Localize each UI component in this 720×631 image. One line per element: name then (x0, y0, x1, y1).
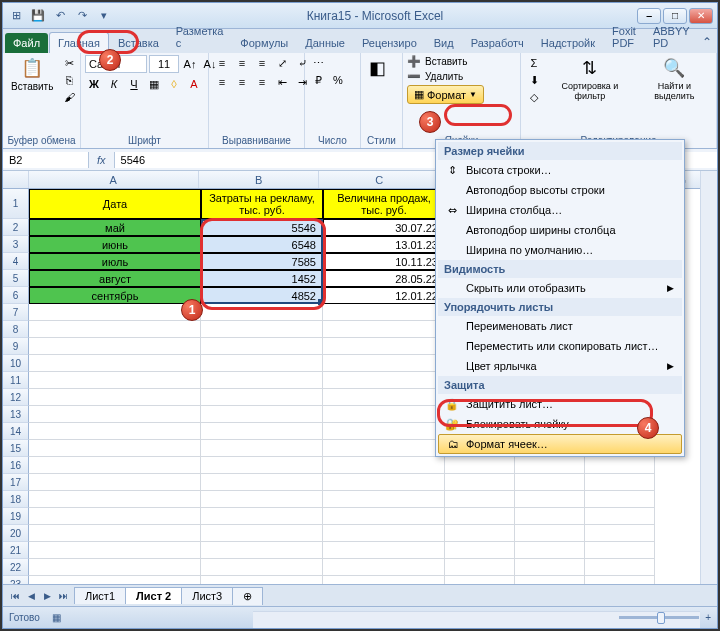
cell[interactable] (445, 525, 515, 542)
row-header[interactable]: 10 (3, 355, 29, 372)
row-header[interactable]: 23 (3, 576, 29, 584)
row-header[interactable]: 13 (3, 406, 29, 423)
cell[interactable] (201, 525, 323, 542)
fill-icon[interactable]: ⬇ (525, 72, 543, 88)
row-header[interactable]: 8 (3, 321, 29, 338)
cell[interactable] (585, 576, 655, 584)
tab-data[interactable]: Данные (297, 33, 353, 53)
col-header[interactable]: C (319, 171, 440, 188)
cell[interactable] (585, 457, 655, 474)
cell[interactable] (445, 576, 515, 584)
header-cell[interactable]: Величина продаж, тыс. руб. (323, 189, 445, 219)
cell[interactable] (29, 338, 201, 355)
cell[interactable] (29, 440, 201, 457)
row-header[interactable]: 14 (3, 423, 29, 440)
dd-rename[interactable]: Переименовать лист (438, 316, 682, 336)
cell[interactable] (201, 406, 323, 423)
cell[interactable] (323, 474, 445, 491)
row-header[interactable]: 18 (3, 491, 29, 508)
header-cell[interactable]: Затраты на рекламу, тыс. руб. (201, 189, 323, 219)
underline-icon[interactable]: Ч (125, 76, 143, 92)
cell[interactable] (445, 559, 515, 576)
cell[interactable] (585, 525, 655, 542)
italic-icon[interactable]: К (105, 76, 123, 92)
cell[interactable] (445, 491, 515, 508)
cell[interactable] (201, 491, 323, 508)
cell[interactable] (201, 508, 323, 525)
col-header[interactable]: B (199, 171, 320, 188)
cell[interactable] (323, 355, 445, 372)
ribbon-minimize-icon[interactable]: ⌃ (698, 33, 716, 51)
sort-filter-button[interactable]: ⇅Сортировка и фильтр (546, 55, 634, 103)
dd-protect-sheet[interactable]: 🔒Защитить лист… (438, 394, 682, 414)
cell[interactable] (29, 559, 201, 576)
cell[interactable] (29, 576, 201, 584)
name-box[interactable]: B2 (3, 152, 89, 168)
dd-tab-color[interactable]: Цвет ярлычка▶ (438, 356, 682, 376)
cell[interactable] (585, 474, 655, 491)
cell[interactable] (201, 474, 323, 491)
cell[interactable]: июнь (29, 236, 201, 253)
align-center-icon[interactable]: ≡ (233, 74, 251, 90)
cell[interactable]: 1452 (201, 270, 323, 287)
cell[interactable] (515, 576, 585, 584)
sheet-tab[interactable]: Лист 2 (125, 587, 182, 604)
align-mid-icon[interactable]: ≡ (233, 55, 251, 71)
cell[interactable] (29, 389, 201, 406)
cell[interactable]: 28.05.22 (323, 270, 445, 287)
cell[interactable] (201, 389, 323, 406)
cut-icon[interactable]: ✂ (60, 55, 78, 71)
cell[interactable] (201, 304, 323, 321)
dd-autofit-col[interactable]: Автоподбор ширины столбца (438, 220, 682, 240)
cell[interactable] (445, 457, 515, 474)
row-header[interactable]: 20 (3, 525, 29, 542)
font-color-icon[interactable]: A (185, 76, 203, 92)
cell[interactable]: 13.01.23 (323, 236, 445, 253)
cell[interactable] (29, 525, 201, 542)
cell[interactable] (29, 304, 201, 321)
row-header[interactable]: 11 (3, 372, 29, 389)
row-header[interactable]: 4 (3, 253, 29, 270)
cell[interactable] (29, 474, 201, 491)
sheet-tab[interactable]: Лист1 (74, 587, 126, 604)
indent-dec-icon[interactable]: ⇤ (273, 74, 291, 90)
cell[interactable] (323, 321, 445, 338)
cell[interactable]: 10.11.23 (323, 253, 445, 270)
tab-abbyy[interactable]: ABBYY PD (645, 21, 698, 53)
scrollbar-vertical[interactable] (700, 171, 717, 584)
undo-icon[interactable]: ↶ (51, 7, 69, 25)
border-icon[interactable]: ▦ (145, 76, 163, 92)
cell[interactable] (201, 457, 323, 474)
insert-cells-button[interactable]: Вставить (425, 56, 467, 67)
cell[interactable] (29, 355, 201, 372)
header-cell[interactable]: Дата (29, 189, 201, 219)
cell[interactable] (323, 372, 445, 389)
bold-icon[interactable]: Ж (85, 76, 103, 92)
cell[interactable] (201, 355, 323, 372)
cell[interactable] (29, 508, 201, 525)
tab-file[interactable]: Файл (5, 33, 48, 53)
copy-icon[interactable]: ⎘ (60, 72, 78, 88)
cell[interactable]: 7585 (201, 253, 323, 270)
cell[interactable] (323, 423, 445, 440)
dd-hide-show[interactable]: Скрыть или отобразить▶ (438, 278, 682, 298)
format-button[interactable]: ▦Формат▼ (407, 85, 484, 104)
cell[interactable] (29, 423, 201, 440)
cell[interactable] (515, 474, 585, 491)
dd-row-height[interactable]: ⇕Высота строки… (438, 160, 682, 180)
cell[interactable] (201, 423, 323, 440)
fill-color-icon[interactable]: ◊ (165, 76, 183, 92)
row-header[interactable]: 3 (3, 236, 29, 253)
font-size-select[interactable]: 11 (149, 55, 179, 73)
cell[interactable] (29, 491, 201, 508)
row-header[interactable]: 16 (3, 457, 29, 474)
row-header[interactable]: 2 (3, 219, 29, 236)
cell[interactable] (323, 457, 445, 474)
cell[interactable] (29, 542, 201, 559)
format-painter-icon[interactable]: 🖌 (60, 89, 78, 105)
cell[interactable] (201, 542, 323, 559)
row-header[interactable]: 19 (3, 508, 29, 525)
tab-review[interactable]: Рецензиро (354, 33, 425, 53)
sheet-nav-next[interactable]: ▶ (39, 588, 55, 604)
cell[interactable] (515, 542, 585, 559)
